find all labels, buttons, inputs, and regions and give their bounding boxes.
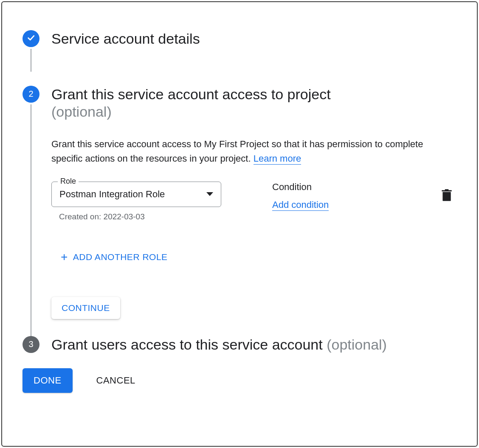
plus-icon: + bbox=[61, 251, 68, 263]
cancel-button[interactable]: CANCEL bbox=[96, 375, 135, 386]
step-3-title: Grant users access to this service accou… bbox=[51, 336, 456, 353]
svg-rect-0 bbox=[442, 192, 451, 201]
step-2: 2 Grant this service account access to p… bbox=[23, 86, 456, 319]
role-select-wrapper: Role Postman Integration Role Created on… bbox=[51, 182, 221, 221]
step-1-title: Service account details bbox=[51, 30, 456, 48]
trash-icon bbox=[441, 196, 452, 203]
svg-rect-2 bbox=[445, 189, 449, 190]
role-helper-text: Created on: 2022-03-03 bbox=[59, 212, 221, 221]
step-3-title-optional: (optional) bbox=[327, 336, 387, 353]
step-2-description-text: Grant this service account access to My … bbox=[51, 139, 423, 164]
step-3-number: 3 bbox=[28, 339, 33, 349]
delete-role-button[interactable] bbox=[441, 182, 456, 204]
step-2-number: 2 bbox=[28, 89, 33, 99]
step-connector bbox=[31, 49, 31, 72]
done-button[interactable]: DONE bbox=[23, 368, 73, 393]
step-1: Service account details bbox=[23, 30, 456, 48]
stepper: Service account details 2 Grant this ser… bbox=[23, 30, 456, 353]
step-2-body: Grant this service account access to My … bbox=[51, 120, 456, 319]
step-2-title: Grant this service account access to pro… bbox=[51, 86, 456, 120]
role-select-value: Postman Integration Role bbox=[59, 189, 206, 200]
step-1-indicator-completed bbox=[23, 30, 39, 47]
role-select-label: Role bbox=[58, 177, 79, 186]
condition-label: Condition bbox=[272, 182, 433, 193]
continue-button[interactable]: CONTINUE bbox=[51, 297, 120, 319]
add-condition-link[interactable]: Add condition bbox=[272, 199, 329, 211]
step-3-title-main: Grant users access to this service accou… bbox=[51, 336, 327, 353]
add-another-role-label: ADD ANOTHER ROLE bbox=[73, 252, 168, 262]
check-icon bbox=[26, 33, 36, 45]
role-row: Role Postman Integration Role Created on… bbox=[51, 182, 456, 221]
condition-column: Condition Add condition bbox=[230, 182, 433, 210]
step-2-description: Grant this service account access to My … bbox=[51, 137, 456, 166]
step-2-title-optional: (optional) bbox=[51, 104, 112, 120]
step-connector bbox=[31, 104, 31, 349]
role-select[interactable]: Role Postman Integration Role bbox=[51, 182, 221, 207]
step-2-title-main: Grant this service account access to pro… bbox=[51, 86, 331, 102]
add-another-role-button[interactable]: + ADD ANOTHER ROLE bbox=[61, 251, 168, 263]
step-2-indicator: 2 bbox=[23, 86, 39, 103]
chevron-down-icon bbox=[206, 192, 213, 196]
footer-buttons: DONE CANCEL bbox=[23, 368, 456, 393]
step-3-indicator: 3 bbox=[23, 336, 39, 353]
learn-more-link[interactable]: Learn more bbox=[254, 153, 301, 165]
step-3: 3 Grant users access to this service acc… bbox=[23, 336, 456, 353]
dialog-container: Service account details 2 Grant this ser… bbox=[1, 1, 478, 447]
